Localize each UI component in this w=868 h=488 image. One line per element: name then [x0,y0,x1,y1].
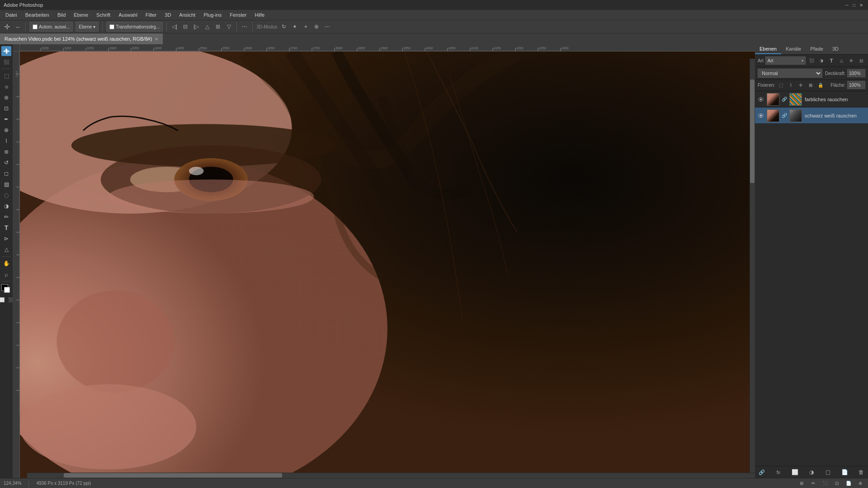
align-center-v-icon[interactable]: ⊞ [214,23,222,31]
tab-ebenen[interactable]: Ebenen [755,44,781,54]
tool-shape[interactable]: △ [1,244,11,254]
auto-select-button[interactable]: Autom. auswi... [29,22,73,32]
maximize-button[interactable]: □ [851,2,857,8]
tool-crop[interactable]: ⊡ [1,103,11,113]
menu-fenster[interactable]: Fenster [226,11,250,19]
color-swatches[interactable] [1,284,11,294]
opacity-input[interactable] [847,69,865,77]
menu-hilfe[interactable]: Hilfe [251,11,268,19]
layer-item-farbliches[interactable]: 🔗 farbliches rauschen [755,91,868,108]
menu-3d[interactable]: 3D [161,11,175,19]
pixel-filter-icon[interactable]: ⬛ [807,56,816,65]
tool-eyedropper[interactable]: ✒ [1,114,11,124]
tool-eraser[interactable]: ◻ [1,169,11,178]
add-layer-style-button[interactable]: fx [774,468,783,476]
fill-input[interactable] [847,81,865,89]
new-layer-button[interactable]: 📄 [840,468,849,476]
tool-gradient[interactable]: ▨ [1,179,11,189]
tab-3d[interactable]: 3D [828,44,843,54]
menu-auswahl[interactable]: Auswahl [115,11,141,19]
canvas-area[interactable]: 3150 3200 3250 3300 3350 3400 3450 3500 … [13,44,755,478]
tool-hand[interactable]: ✋ [1,258,11,268]
adjust-filter-icon[interactable]: ◑ [817,56,826,65]
background-color[interactable] [4,287,10,293]
link-layers-button[interactable]: 🔗 [758,468,766,476]
menu-datei[interactable]: Datei [2,11,21,19]
tool-path-select[interactable]: ⊳ [1,234,11,244]
lock-transparent-icon[interactable]: ⬚ [777,81,785,89]
status-icon-3[interactable]: ⬛ [821,479,829,488]
tool-quick-mask[interactable]: ⬜ [0,296,6,303]
tool-artboard[interactable]: ⬛ [1,57,11,67]
delete-layer-button[interactable]: 🗑 [857,468,865,476]
transform-controls-button[interactable]: Transformationsstrg... [106,22,163,32]
tool-zoom[interactable]: ⌕ [1,269,11,279]
tool-clone[interactable]: ⊛ [1,147,11,157]
horizontal-scrollbar[interactable] [27,473,755,478]
align-left-icon[interactable]: ◁| [170,23,179,31]
tool-text[interactable]: T [1,223,11,233]
blend-mode-select[interactable]: Normal Multiplizieren Abblenden Überlage… [758,69,822,78]
tool-quick-select[interactable]: ⊛ [1,93,11,103]
transform-checkbox[interactable] [109,24,114,29]
align-right-icon[interactable]: |▷ [192,23,200,31]
status-icon-2[interactable]: ✏ [809,479,817,488]
tool-brush[interactable]: ⌇ [1,136,11,146]
lock-paint-icon[interactable]: ⌇ [787,81,795,89]
status-icon-1[interactable]: ⊞ [797,479,806,488]
layer-kind-filter[interactable]: Art ▾ [765,56,806,65]
type-filter-icon[interactable]: T [827,56,835,65]
minimize-button[interactable]: ─ [844,2,850,8]
artboard-icon[interactable]: ↔ [14,23,22,31]
status-icon-5[interactable]: 📄 [844,479,853,488]
menu-ansicht[interactable]: Ansicht [175,11,199,19]
menu-filter[interactable]: Filter [142,11,160,19]
shape-filter-icon[interactable]: △ [837,56,845,65]
menu-schrift[interactable]: Schrift [93,11,114,19]
tool-spot-heal[interactable]: ⊕ [1,125,11,135]
pan-3d-icon[interactable]: ✦ [291,23,299,31]
scale-3d-icon[interactable]: ⊕ [312,23,321,31]
layer-visibility-farbliches[interactable] [758,96,764,103]
menu-ebene[interactable]: Ebene [70,11,92,19]
menu-bild[interactable]: Bild [54,11,69,19]
tool-pen[interactable]: ✏ [1,212,11,222]
smart-filter-icon[interactable]: ⊛ [847,56,855,65]
status-icon-6[interactable]: ⊕ [856,479,864,488]
filter-toggle-icon[interactable]: ⊟ [857,56,865,65]
tab-pfade[interactable]: Pfade [806,44,828,54]
tool-marquee[interactable]: ⬚ [1,71,11,81]
vertical-scrollbar[interactable] [750,59,755,473]
lock-move-icon[interactable]: ✛ [797,81,805,89]
zoom-3d-icon[interactable]: ⌖ [302,23,310,31]
add-mask-button[interactable]: ⬜ [791,468,799,476]
tool-move[interactable] [1,46,11,56]
rotate-3d-icon[interactable]: ↻ [280,23,288,31]
auto-select-checkbox[interactable] [33,24,38,29]
status-icon-4[interactable]: ⊡ [833,479,841,488]
align-center-h-icon[interactable]: ⊟ [181,23,189,31]
layer-visibility-schwarzweiss[interactable] [758,113,764,119]
lock-all-icon[interactable]: 🔒 [816,81,825,89]
more-icon[interactable]: ⋯ [323,23,331,31]
move-tool-icon[interactable]: ✛ [3,23,11,31]
tool-dodge[interactable]: ◑ [1,201,11,211]
menu-bearbeiten[interactable]: Bearbeiten [22,11,53,19]
vertical-scrollbar-thumb[interactable] [750,80,755,183]
new-fill-adjust-button[interactable]: ◑ [807,468,816,476]
lock-artboard-icon[interactable]: ⊠ [807,81,815,89]
tab-close-icon[interactable]: ✕ [155,37,158,42]
align-bottom-icon[interactable]: ▽ [225,23,233,31]
tab-kanale[interactable]: Kanäle [781,44,806,54]
new-group-button[interactable]: ▢ [824,468,832,476]
tool-blur[interactable]: ◌ [1,190,11,200]
menu-plugins[interactable]: Plug-ins [200,11,225,19]
tool-history-brush[interactable]: ↺ [1,158,11,168]
layer-select-button[interactable]: Ebene ▾ [75,22,99,32]
document-tab[interactable]: Rauschen Video.psdc bei 124% (schwarz we… [0,33,163,44]
tool-lasso[interactable]: ⌾ [1,82,11,92]
distribute-icon[interactable]: ⋯ [241,23,249,31]
layer-item-schwarzweiss[interactable]: 🔗 schwarz weiß rauschen [755,108,868,124]
align-top-icon[interactable]: △ [203,23,211,31]
horizontal-scrollbar-thumb[interactable] [64,473,282,478]
